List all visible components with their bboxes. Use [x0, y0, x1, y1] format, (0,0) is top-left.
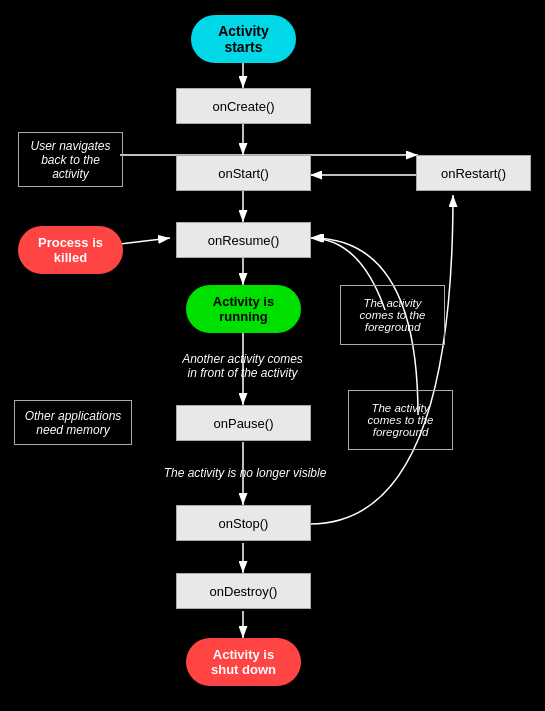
- onstart-node: onStart(): [176, 155, 311, 191]
- activity-lifecycle-diagram: Activity starts onCreate() User navigate…: [0, 0, 545, 711]
- ondestroy-node: onDestroy(): [176, 573, 311, 609]
- process-killed-node: Process iskilled: [18, 226, 123, 274]
- activity-running-node: Activity is running: [186, 285, 301, 333]
- oncreate-node: onCreate(): [176, 88, 311, 124]
- onresume-node: onResume(): [176, 222, 311, 258]
- other-apps-label: Other applicationsneed memory: [14, 400, 132, 445]
- activity-foreground2-label: The activitycomes to theforeground: [348, 390, 453, 450]
- user-navigates-label: User navigatesback to theactivity: [18, 132, 123, 187]
- onrestart-node: onRestart(): [416, 155, 531, 191]
- svg-line-12: [120, 238, 170, 244]
- activity-foreground1-label: The activitycomes to theforeground: [340, 285, 445, 345]
- activity-starts-node: Activity starts: [191, 15, 296, 63]
- another-activity-label: Another activity comesin front of the ac…: [160, 346, 325, 386]
- onstop-node: onStop(): [176, 505, 311, 541]
- onpause-node: onPause(): [176, 405, 311, 441]
- no-longer-visible-label: The activity is no longer visible: [145, 460, 345, 485]
- activity-shutdown-node: Activity is shut down: [186, 638, 301, 686]
